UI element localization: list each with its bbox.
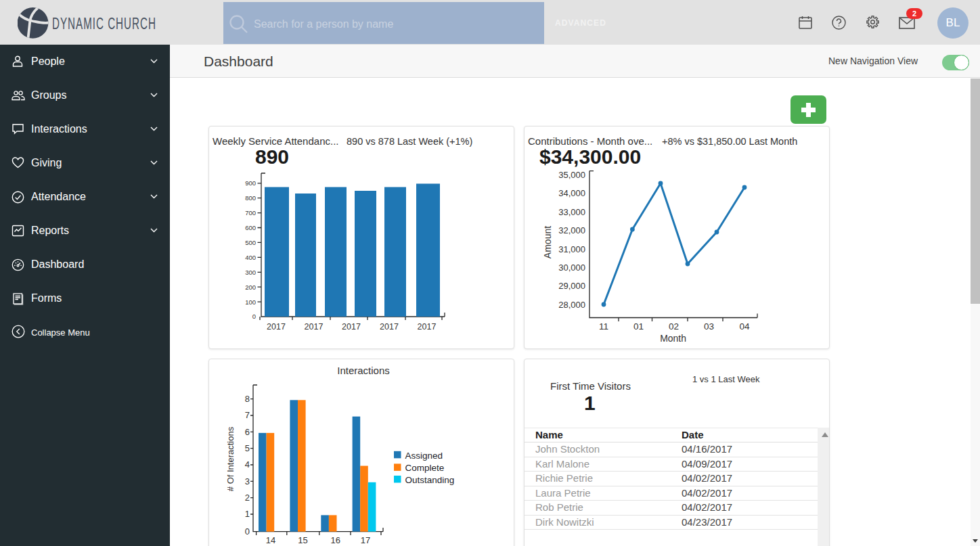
svg-text:700: 700 bbox=[245, 209, 256, 217]
svg-text:30,000: 30,000 bbox=[558, 263, 585, 273]
svg-text:Month: Month bbox=[660, 333, 686, 344]
svg-text:35,000: 35,000 bbox=[558, 170, 585, 180]
svg-text:32,000: 32,000 bbox=[558, 225, 585, 235]
svg-text:300: 300 bbox=[245, 269, 256, 276]
svg-text:5: 5 bbox=[245, 443, 250, 453]
svg-text:01: 01 bbox=[633, 321, 644, 332]
svg-text:2: 2 bbox=[245, 493, 250, 503]
svg-text:2017: 2017 bbox=[267, 322, 286, 332]
svg-text:8: 8 bbox=[245, 394, 250, 404]
svg-text:34,000: 34,000 bbox=[558, 188, 585, 198]
svg-text:# Of Interactions: # Of Interactions bbox=[225, 426, 236, 491]
svg-text:2017: 2017 bbox=[418, 322, 437, 332]
svg-text:900: 900 bbox=[245, 179, 256, 187]
svg-text:0: 0 bbox=[245, 526, 250, 537]
svg-text:14: 14 bbox=[266, 535, 275, 545]
svg-text:6: 6 bbox=[245, 427, 250, 437]
svg-text:Outstanding: Outstanding bbox=[405, 475, 455, 485]
svg-text:3: 3 bbox=[245, 476, 250, 486]
svg-text:500: 500 bbox=[245, 239, 256, 246]
svg-text:Assigned: Assigned bbox=[405, 451, 443, 461]
svg-text:Interactions: Interactions bbox=[337, 365, 390, 376]
svg-text:2017: 2017 bbox=[380, 322, 399, 332]
svg-text:04: 04 bbox=[739, 321, 750, 332]
svg-text:0: 0 bbox=[252, 313, 256, 320]
svg-text:15: 15 bbox=[298, 535, 307, 545]
svg-text:2017: 2017 bbox=[305, 322, 324, 332]
svg-text:16: 16 bbox=[330, 535, 340, 545]
svg-text:Complete: Complete bbox=[405, 463, 445, 473]
svg-text:31,000: 31,000 bbox=[558, 244, 585, 254]
svg-text:17: 17 bbox=[361, 535, 370, 545]
svg-text:4: 4 bbox=[245, 459, 250, 470]
svg-text:7: 7 bbox=[245, 410, 250, 420]
svg-text:2017: 2017 bbox=[342, 322, 361, 332]
svg-text:Amount: Amount bbox=[542, 226, 553, 258]
svg-text:200: 200 bbox=[245, 283, 256, 291]
svg-text:600: 600 bbox=[245, 224, 256, 231]
svg-text:03: 03 bbox=[704, 321, 714, 332]
svg-text:1: 1 bbox=[245, 509, 250, 519]
svg-text:100: 100 bbox=[245, 298, 256, 306]
svg-text:29,000: 29,000 bbox=[558, 281, 585, 291]
svg-text:28,000: 28,000 bbox=[558, 300, 585, 310]
svg-text:33,000: 33,000 bbox=[558, 207, 585, 217]
svg-text:400: 400 bbox=[245, 254, 256, 261]
svg-text:11: 11 bbox=[599, 321, 608, 332]
svg-text:02: 02 bbox=[669, 321, 679, 332]
svg-text:800: 800 bbox=[245, 194, 256, 202]
